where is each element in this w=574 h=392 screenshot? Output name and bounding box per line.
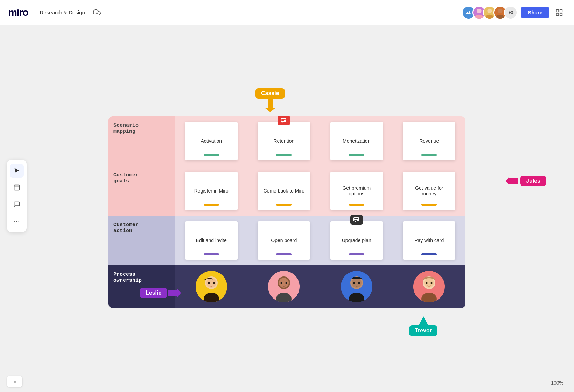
cursor-tool[interactable] (10, 164, 24, 178)
svg-point-3 (488, 8, 492, 13)
sticky-value[interactable]: Get value for money (403, 172, 455, 210)
svg-point-44 (353, 282, 355, 284)
cell-owner-2 (248, 265, 321, 308)
svg-point-39 (286, 282, 287, 284)
sticky-value-bar (421, 204, 437, 206)
upload-button[interactable] (91, 6, 103, 19)
scenario-grid: Scenariomapping Activation Retention (108, 116, 465, 308)
cell-pay: Pay with card (393, 216, 466, 265)
trevor-cursor: Trevor (409, 316, 438, 336)
sticky-open-board-bar (276, 253, 292, 255)
cell-owner-4 (393, 265, 466, 308)
board-title: Research & Design (40, 9, 85, 15)
cell-retention: Retention (248, 116, 321, 166)
sticky-edit-invite-bar (204, 253, 219, 255)
owner-avatar-2 (268, 271, 300, 302)
sticky-pay-bar (421, 253, 437, 255)
sticky-register[interactable]: Register in Miro (185, 172, 238, 210)
svg-marker-17 (506, 177, 518, 185)
sticky-activation-bar (204, 154, 219, 156)
owner-avatar-3 (341, 271, 372, 302)
sticky-premium-text: Get premium options (335, 185, 379, 196)
svg-rect-9 (556, 13, 559, 15)
cell-owner-1 (175, 265, 248, 308)
owner-avatar-1 (196, 271, 227, 302)
row-header-customer-goals: Customergoals (108, 166, 175, 216)
sticky-premium-bar (349, 204, 364, 206)
svg-rect-11 (14, 185, 20, 190)
more-tool[interactable] (10, 214, 24, 228)
cell-upgrade: Upgrade plan (320, 216, 393, 265)
sticky-activation[interactable]: Activation (185, 122, 238, 160)
cell-revenue: Revenue (393, 116, 466, 166)
topbar: miro Research & Design + (0, 0, 574, 25)
svg-point-50 (426, 282, 428, 284)
owner-avatar-4 (413, 271, 445, 302)
sticky-retention-bar (276, 154, 292, 156)
zoom-indicator: 100% (551, 380, 564, 386)
menu-icon[interactable] (553, 6, 566, 19)
svg-point-1 (477, 8, 482, 13)
row-header-customer-action: Customeraction (108, 216, 175, 265)
sticky-activation-text: Activation (201, 138, 222, 144)
cell-register: Register in Miro (175, 166, 248, 216)
sticky-revenue[interactable]: Revenue (403, 122, 455, 160)
cell-value: Get value for money (393, 166, 466, 216)
sticky-upgrade-bar (349, 253, 364, 255)
canvas: Cassie Jules Leslie (0, 25, 574, 392)
svg-point-13 (14, 221, 15, 222)
sticky-monetization-text: Monetization (343, 138, 370, 144)
collapse-button[interactable]: » (7, 376, 22, 387)
sticky-monetization-bar (349, 154, 364, 156)
sticky-retention[interactable]: Retention (258, 122, 310, 160)
svg-point-4 (486, 14, 494, 19)
sticky-register-text: Register in Miro (194, 188, 229, 194)
svg-point-45 (358, 282, 360, 284)
divider (34, 7, 34, 18)
svg-marker-19 (418, 316, 429, 326)
sticky-pay[interactable]: Pay with card (403, 221, 455, 260)
avatar-more-badge[interactable]: +3 (504, 6, 517, 19)
topbar-right: +3 Share (462, 6, 566, 19)
svg-rect-23 (281, 120, 284, 121)
miro-logo: miro (8, 7, 28, 18)
sticky-premium[interactable]: Get premium options (330, 172, 383, 210)
svg-marker-18 (168, 289, 181, 297)
sticky-register-bar (204, 204, 219, 206)
avatar-group: +3 (462, 6, 517, 19)
svg-rect-22 (281, 119, 286, 120)
svg-point-2 (475, 14, 483, 19)
sticky-monetization[interactable]: Monetization (330, 122, 383, 160)
trevor-label: Trevor (409, 326, 438, 336)
sticky-edit-invite[interactable]: Edit and invite (185, 221, 238, 260)
svg-rect-7 (556, 9, 559, 12)
sticky-note-tool[interactable] (10, 181, 24, 195)
svg-point-51 (431, 282, 433, 284)
cell-come-back: Come back to Miro (248, 166, 321, 216)
sticky-come-back-bar (276, 204, 292, 206)
sticky-edit-invite-text: Edit and invite (196, 238, 227, 243)
sticky-upgrade-text: Upgrade plan (342, 238, 371, 243)
sticky-revenue-text: Revenue (419, 138, 439, 144)
share-button[interactable]: Share (521, 7, 550, 18)
sticky-retention-text: Retention (273, 138, 294, 144)
upgrade-chat-icon (350, 215, 363, 225)
board: Cassie Jules Leslie (108, 116, 465, 308)
cell-owner-3 (320, 265, 393, 308)
sticky-upgrade[interactable]: Upgrade plan (330, 221, 383, 260)
svg-rect-24 (354, 217, 359, 221)
row-header-scenario: Scenariomapping (108, 116, 175, 166)
sticky-pay-text: Pay with card (414, 238, 444, 243)
sticky-open-board[interactable]: Open board (258, 221, 310, 260)
svg-rect-27 (354, 220, 357, 220)
cell-premium: Get premium options (320, 166, 393, 216)
cell-edit-invite: Edit and invite (175, 216, 248, 265)
svg-point-33 (213, 282, 215, 284)
svg-point-38 (281, 282, 282, 284)
sticky-value-text: Get value for money (407, 185, 451, 196)
comment-tool[interactable] (10, 197, 24, 211)
svg-rect-8 (560, 9, 562, 12)
sticky-come-back[interactable]: Come back to Miro (258, 172, 310, 210)
sticky-revenue-bar (421, 154, 437, 156)
cassie-cursor: Cassie (255, 88, 285, 112)
